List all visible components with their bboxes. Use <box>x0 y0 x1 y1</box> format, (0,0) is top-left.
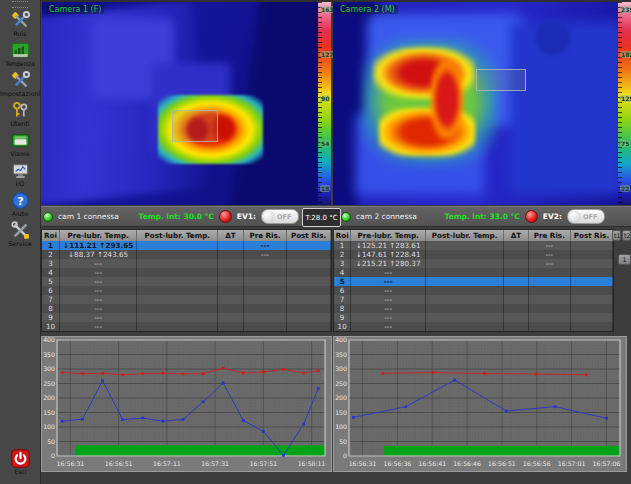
sidebar-item-i-o[interactable]: I/O <box>0 160 40 187</box>
colorbar-label: 54 <box>320 140 330 147</box>
sidebar-item-label: Esci <box>14 468 26 475</box>
colorbar-label: 18 <box>320 185 330 192</box>
trend-chart-camera-2-svg: 16:56:3116:56:3616:56:4116:56:4616:56:51… <box>334 337 624 469</box>
table-row[interactable]: 9--- <box>334 313 613 322</box>
post-lubr-temp-cell <box>426 322 504 331</box>
table-row[interactable]: 10--- <box>42 322 331 331</box>
post-ris-cell <box>287 313 331 322</box>
table-row[interactable]: 2↓147.61 ↑228.41--- <box>334 250 613 259</box>
table-row[interactable]: 1↓111.21 ↑293.65--- <box>42 241 331 250</box>
table-row[interactable]: 6--- <box>42 286 331 295</box>
roi-cell: 6 <box>334 286 351 295</box>
ev1-label: EV1: <box>237 212 256 221</box>
keys-icon <box>10 100 30 120</box>
table-row[interactable]: 5--- <box>334 277 613 286</box>
table-row[interactable]: 5--- <box>42 277 331 286</box>
table-row[interactable]: 7--- <box>42 295 331 304</box>
sidebar-item-esci[interactable]: Esci <box>0 448 41 475</box>
svg-text:16:56:31: 16:56:31 <box>349 460 377 467</box>
roi-cell: 3 <box>42 259 60 268</box>
svg-text:?: ? <box>17 194 24 207</box>
post-ris-cell <box>571 268 613 277</box>
ev1-red-button[interactable] <box>219 210 232 223</box>
svg-text:16:57:01: 16:57:01 <box>558 460 586 467</box>
table-row[interactable]: 1↓125.21 ↑283.61--- <box>334 241 613 250</box>
pre-ris-cell <box>244 277 288 286</box>
pre-ris-cell <box>529 304 571 313</box>
ev2-red-button[interactable] <box>525 210 538 223</box>
ev2-toggle[interactable]: OFF <box>567 209 605 224</box>
pre-lubr-temp-cell: --- <box>60 304 137 313</box>
camera-2-title: Camera 2 (M) <box>337 5 398 14</box>
post-lubr-temp-cell <box>426 241 504 250</box>
column-header: Post Ris. <box>571 230 613 241</box>
sidebar-item-impostazioni[interactable]: Impostazioni <box>0 70 40 97</box>
pre-lubr-temp-cell: ↓88.37 ↑243.65 <box>60 250 137 259</box>
post-ris-cell <box>571 277 613 286</box>
ev2-label: EV2: <box>543 212 562 221</box>
table-row[interactable]: 8--- <box>334 304 613 313</box>
delta-t-cell <box>504 241 529 250</box>
settings-tools-icon <box>10 70 30 90</box>
post-lubr-temp-cell <box>137 268 218 277</box>
thermal-camera-view-1: Camera 1 (F) <box>42 2 318 205</box>
pre-lubr-temp-cell: --- <box>351 322 426 331</box>
delta-t-cell <box>218 286 243 295</box>
post-lubr-temp-cell <box>426 268 504 277</box>
table-row[interactable]: 7--- <box>334 295 613 304</box>
table-row[interactable]: 4--- <box>334 268 613 277</box>
table-row[interactable]: 8--- <box>42 304 331 313</box>
pre-ris-cell <box>244 259 288 268</box>
thermal-camera-view-2: Camera 2 (M) <box>333 2 618 205</box>
post-ris-cell <box>571 286 613 295</box>
sidebar-item-tendenza[interactable]: Tendenza <box>0 40 40 67</box>
sidebar-item-label: I/O <box>16 180 25 187</box>
table-row[interactable]: 6--- <box>334 286 613 295</box>
sidebar-item-visore[interactable]: Visore <box>0 130 40 157</box>
t2-button[interactable]: t2 <box>622 230 631 241</box>
colorbar-label: 182 <box>620 51 631 58</box>
viewer-icon <box>10 130 30 150</box>
sidebar-item-utenti[interactable]: Utenti <box>0 100 40 127</box>
table-row[interactable]: 10--- <box>334 322 613 331</box>
sidebar-item-aiuto[interactable]: ?Aiuto <box>0 190 40 217</box>
column-header: Pre Ris. <box>529 230 571 241</box>
sidebar-item-rois[interactable]: Rois <box>0 10 40 37</box>
column-header: Pre Ris. <box>244 230 288 241</box>
sidebar-item-label: Visore <box>10 150 29 157</box>
colorbar-label: 75 <box>620 140 630 147</box>
sidebar-items: RoisTendenzaImpostazioniUtentiVisoreI/O?… <box>0 10 40 247</box>
pre-lubr-temp-cell: --- <box>351 295 426 304</box>
pre-lubr-temp-cell: --- <box>60 295 137 304</box>
roi-cell: 9 <box>334 313 351 322</box>
pre-lubr-temp-cell: ↓215.21 ↑280.37 <box>351 259 426 268</box>
roi-box-camera-1 <box>172 110 218 142</box>
table-row[interactable]: 2↓88.37 ↑243.65--- <box>42 250 331 259</box>
post-lubr-temp-cell <box>426 259 504 268</box>
table-row[interactable]: 9--- <box>42 313 331 322</box>
help-icon: ? <box>10 190 30 210</box>
column-header: Post Ris. <box>287 230 331 241</box>
delta-t-cell <box>218 295 243 304</box>
post-ris-cell <box>287 295 331 304</box>
delta-t-cell <box>504 268 529 277</box>
delta-t-cell <box>218 322 243 331</box>
t1-button[interactable]: t1 <box>612 230 621 241</box>
post-lubr-temp-cell <box>426 277 504 286</box>
sidebar-grip[interactable] <box>12 1 28 8</box>
ev1-toggle[interactable]: OFF <box>261 209 299 224</box>
sidebar-item-service[interactable]: Service <box>0 220 40 247</box>
roi-cell: 5 <box>42 277 60 286</box>
delta-t-cell <box>504 313 529 322</box>
internal-temp-1: Temp. int: 30.0 °C <box>139 212 214 221</box>
table-row[interactable]: 4--- <box>42 268 331 277</box>
table-row[interactable]: 3↓215.21 ↑280.37--- <box>334 259 613 268</box>
table-row[interactable]: 3--- <box>42 259 331 268</box>
post-ris-cell <box>571 304 613 313</box>
svg-text:16:57:06: 16:57:06 <box>593 460 621 467</box>
roi-page-button[interactable]: 1 <box>618 254 631 265</box>
post-ris-cell <box>287 304 331 313</box>
table-header-row: RoiPre-lubr. Temp.Post-lubr. Temp.ΔTPre … <box>334 230 613 241</box>
toggle-knob-icon <box>263 211 274 222</box>
delta-t-cell <box>218 268 243 277</box>
